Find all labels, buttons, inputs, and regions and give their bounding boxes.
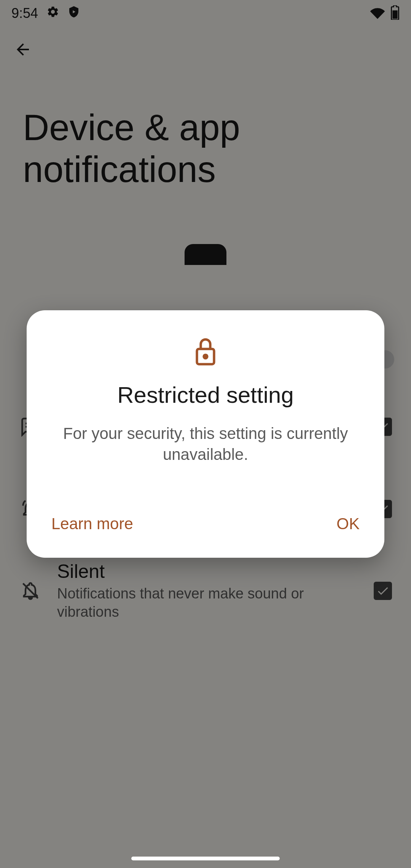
nav-pill[interactable] — [131, 857, 280, 860]
learn-more-button[interactable]: Learn more — [49, 511, 135, 537]
dialog-body: For your security, this setting is curre… — [49, 423, 362, 465]
ok-button[interactable]: OK — [335, 511, 362, 537]
svg-point-5 — [204, 355, 207, 358]
lock-icon — [49, 337, 362, 367]
modal-overlay[interactable]: Restricted setting For your security, th… — [0, 0, 411, 868]
restricted-dialog: Restricted setting For your security, th… — [27, 310, 384, 557]
dialog-actions: Learn more OK — [49, 511, 362, 537]
navigation-bar — [0, 857, 411, 860]
dialog-title: Restricted setting — [49, 382, 362, 408]
